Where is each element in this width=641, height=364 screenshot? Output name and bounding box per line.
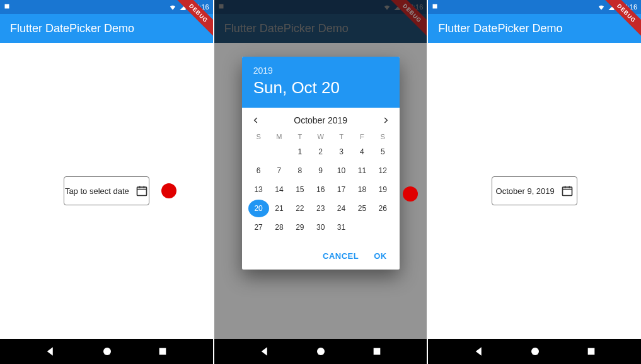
month-nav: October 2019 [242,108,400,130]
signal-icon [608,4,615,11]
notification-icon [4,3,11,11]
day-cell[interactable]: 29 [289,219,310,236]
app-bar: Flutter DatePicker Demo [0,14,213,43]
date-field-label: October 9, 2019 [496,186,555,196]
weekday-label: T [289,133,310,140]
day-cell[interactable]: 22 [289,200,310,217]
day-cell[interactable]: 15 [289,181,310,198]
chevron-left-icon [251,116,260,125]
day-cell[interactable]: 17 [331,181,352,198]
weekday-label: S [372,133,393,140]
prev-month-button[interactable] [250,114,262,127]
screen-content: Tap to select date [0,43,213,339]
screen-content: October 9, 2019 [428,43,641,339]
day-cell-empty [248,143,269,161]
app-bar: Flutter DatePicker Demo [428,14,641,43]
nav-recent-icon[interactable] [158,346,168,356]
weekday-label: W [310,133,331,140]
day-cell[interactable]: 13 [248,181,269,198]
svg-point-7 [317,348,325,355]
next-month-button[interactable] [379,114,392,127]
cancel-button[interactable]: CANCEL [323,251,359,261]
screen-datepicker-open: 2:16 Flutter DatePicker Demo DEBUG 2019 … [214,0,427,364]
svg-point-12 [531,348,539,355]
calendar-icon [561,185,574,197]
ok-button[interactable]: OK [374,251,387,261]
nav-bar [214,339,427,364]
day-cell[interactable]: 31 [331,219,352,236]
day-cell[interactable]: 12 [372,162,393,179]
nav-back-icon[interactable] [259,346,270,357]
day-cell[interactable]: 1 [289,143,310,161]
day-cell[interactable]: 4 [352,143,372,161]
year-selector[interactable]: 2019 [253,65,388,76]
day-cell[interactable]: 24 [331,200,352,217]
battery-icon [617,3,622,11]
day-cell[interactable]: 25 [352,200,372,217]
nav-home-icon[interactable] [315,346,326,357]
svg-rect-4 [159,348,166,355]
day-cell[interactable]: 3 [331,143,352,161]
calendar-icon [136,185,148,197]
notification-icon [432,3,439,11]
chevron-right-icon [381,116,390,125]
dialog-actions: CANCEL OK [242,240,400,270]
screen-initial: 2:16 Flutter DatePicker Demo Tap to sele… [0,0,213,364]
day-cell[interactable]: 8 [289,162,310,179]
day-cell[interactable]: 30 [310,219,331,236]
svg-rect-2 [137,187,146,195]
day-cell[interactable]: 5 [372,143,393,161]
day-cell[interactable]: 7 [269,162,290,179]
screen-result: 2:16 Flutter DatePicker Demo October 9, … [428,0,641,364]
status-bar: 2:16 [0,0,213,14]
day-cell[interactable]: 28 [269,219,290,236]
signal-icon [179,4,187,11]
month-label: October 2019 [294,115,347,125]
day-cell[interactable]: 21 [269,200,290,217]
date-select-field[interactable]: Tap to select date [64,176,149,205]
svg-rect-8 [374,348,381,355]
day-cell[interactable]: 26 [372,200,393,217]
day-cell[interactable]: 6 [248,162,269,179]
day-cell[interactable]: 10 [331,162,352,179]
date-select-field[interactable]: October 9, 2019 [492,176,577,205]
day-cell[interactable]: 27 [248,219,269,236]
svg-rect-1 [190,3,192,4]
nav-back-icon[interactable] [473,346,485,357]
date-picker-header: 2019 Sun, Oct 20 [242,57,400,108]
day-cell[interactable]: 9 [310,162,331,179]
weekday-header: SMTWTFS [242,130,400,143]
nav-recent-icon[interactable] [372,346,382,356]
selected-date-label: Sun, Oct 20 [253,78,388,98]
day-cell[interactable]: 20 [248,200,269,217]
weekday-label: F [352,133,372,140]
day-cell[interactable]: 19 [372,181,393,198]
nav-bar [0,339,213,364]
battery-icon [188,3,193,11]
touch-indicator [161,183,176,198]
svg-rect-10 [618,3,620,4]
wifi-icon [168,4,177,11]
day-cell[interactable]: 14 [269,181,290,198]
nav-home-icon[interactable] [529,346,541,357]
day-cell[interactable]: 11 [352,162,372,179]
svg-rect-13 [587,348,594,355]
day-cell[interactable]: 23 [310,200,331,217]
day-cell[interactable]: 16 [310,181,331,198]
status-time: 2:16 [624,3,637,11]
status-bar: 2:16 [428,0,641,14]
day-cell[interactable]: 2 [310,143,331,161]
svg-point-3 [103,348,111,355]
day-cell[interactable]: 18 [352,181,372,198]
day-cell-empty [269,143,290,161]
wifi-icon [597,4,606,11]
date-field-label: Tap to select date [65,186,129,196]
nav-home-icon[interactable] [101,346,113,357]
date-picker-dialog: 2019 Sun, Oct 20 October 2019 SMTWTFS 12… [242,57,400,270]
nav-bar [428,339,641,364]
weekday-label: S [248,133,269,140]
day-grid: 1234567891011121314151617181920212223242… [242,143,400,240]
nav-back-icon[interactable] [45,346,56,357]
nav-recent-icon[interactable] [586,346,596,356]
status-time: 2:16 [195,3,209,11]
